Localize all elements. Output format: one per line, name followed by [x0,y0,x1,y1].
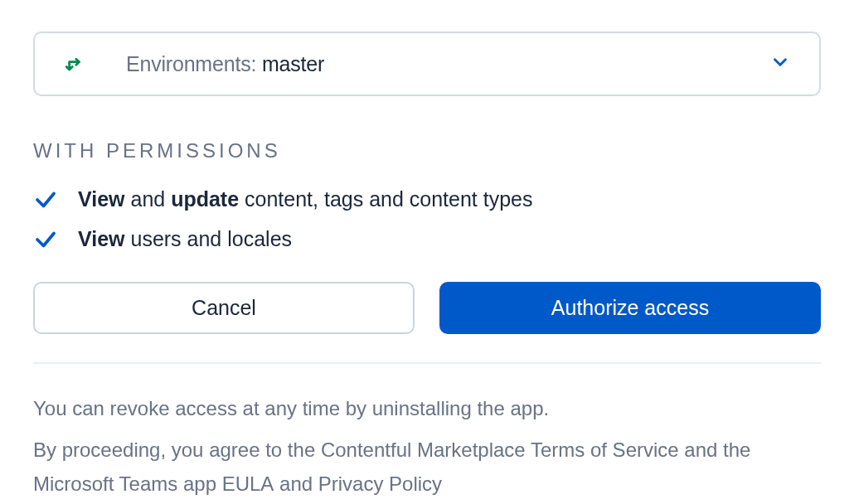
permissions-list: View and update content, tags and conten… [33,186,821,254]
footer-line-1: You can revoke access at any time by uni… [33,392,821,426]
divider [33,362,821,364]
permission-item: View users and locales [33,225,821,254]
branch-icon [65,52,90,75]
check-icon [33,187,58,212]
environments-dropdown[interactable]: Environments: master [33,32,821,96]
environments-dropdown-label: Environments: master [126,52,324,76]
eula-link[interactable]: EULA [222,472,274,495]
authorize-button[interactable]: Authorize access [439,282,821,334]
footer-text: You can revoke access at any time by uni… [33,392,821,502]
check-icon [33,227,58,252]
terms-link[interactable]: Contentful Marketplace Terms of Service [321,439,679,461]
permission-text: View users and locales [78,225,292,254]
permission-item: View and update content, tags and conten… [33,186,821,214]
footer-line-2: By proceeding, you agree to the Contentf… [33,434,821,502]
permission-text: View and update content, tags and conten… [78,186,533,214]
chevron-down-icon [769,51,791,76]
permissions-heading: WITH PERMISSIONS [33,139,821,162]
privacy-link[interactable]: Privacy Policy [318,472,442,495]
cancel-button[interactable]: Cancel [33,282,415,334]
